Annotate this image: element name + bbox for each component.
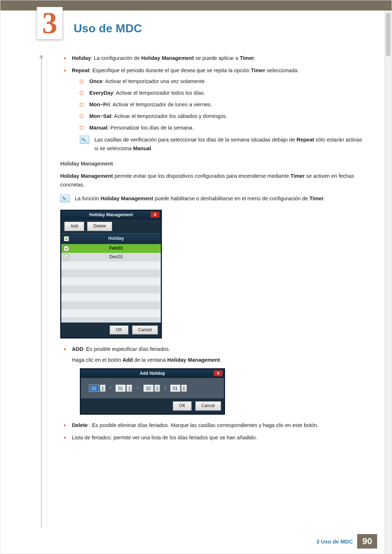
spinner-arrows-icon[interactable]: ▲▼	[181, 385, 187, 392]
table-row[interactable]: ✔ Dec/01	[61, 253, 161, 262]
day-start-spinner[interactable]: 01▲▼	[115, 385, 132, 392]
list-item: Repeat: Especifique el periodo durante e…	[64, 66, 363, 153]
scrollbar[interactable]	[384, 11, 392, 554]
page-number: 90	[357, 534, 377, 549]
table-body: ✔ Feb/01 ✔ Dec/01	[61, 244, 161, 323]
scrollbar-thumb[interactable]	[386, 13, 391, 56]
list-item: ADD: Es posible especificar días feriado…	[64, 345, 363, 415]
day-end-spinner[interactable]: 01▲▼	[170, 385, 187, 392]
chapter-number: 3	[42, 8, 57, 38]
list-item: EveryDay: Activar el temporizador todos …	[80, 89, 363, 98]
window-title: Holiday Management	[89, 212, 133, 219]
window-titlebar: Add Holiday x	[81, 369, 224, 378]
holiday-management-window: Holiday Management x Add Delete ✔ Holida…	[60, 210, 162, 338]
cell: Dec/01	[72, 252, 161, 262]
page-footer: 3 Uso de MDC 90	[316, 534, 377, 549]
checkbox-header[interactable]: ✔	[61, 234, 72, 244]
list-item: Mon~Fri: Activar el temporizador de lune…	[80, 100, 363, 109]
add-holiday-window: Add Holiday x 02▲▼ / 01▲▼ ~ 02▲▼ / 01▲▼ …	[80, 368, 225, 415]
spinner-arrows-icon[interactable]: ▲▼	[126, 385, 132, 392]
chapter-header: 3 Uso de MDC	[0, 11, 392, 54]
ok-button[interactable]: OK	[110, 325, 128, 335]
add-button[interactable]: Add	[64, 222, 84, 231]
table-header: ✔ Holiday	[61, 233, 161, 244]
label: Repeat	[72, 67, 89, 73]
list-item: Manual: Personalizar los días de la sema…	[80, 124, 363, 132]
list-item: Lista de feriados: permite ver una lista…	[64, 434, 363, 442]
window-toolbar: Add Delete	[61, 219, 161, 233]
heading-holiday-management: Holiday Management	[60, 160, 363, 168]
close-icon[interactable]: x	[214, 370, 222, 376]
empty-rows	[61, 262, 161, 323]
label: Holiday	[72, 55, 91, 61]
row-checkbox[interactable]: ✔	[64, 255, 69, 260]
list-item: Holiday: La configuración de Holiday Man…	[64, 54, 363, 63]
date-range-row: 02▲▼ / 01▲▼ ~ 02▲▼ / 01▲▼	[81, 378, 224, 398]
list-item: Once: Activar el temporizador una vez so…	[80, 77, 363, 86]
column-header: Holiday	[72, 234, 161, 244]
spinner-arrows-icon[interactable]: ▲▼	[154, 385, 160, 392]
cancel-button[interactable]: Cancel	[132, 325, 158, 335]
label: ADD	[72, 346, 83, 352]
ok-button[interactable]: OK	[173, 401, 191, 411]
spinner-arrows-icon[interactable]: ▲▼	[100, 385, 106, 392]
side-rule	[41, 57, 42, 528]
note: Las casillas de verificación para selecc…	[80, 136, 363, 153]
side-rule-inner	[47, 57, 47, 528]
window-titlebar: Holiday Management x	[61, 211, 161, 219]
row-checkbox[interactable]: ✔	[64, 246, 69, 251]
note-text: Las casillas de verificación para selecc…	[94, 136, 363, 153]
footer-chapter-label: 3 Uso de MDC	[316, 538, 353, 545]
table-row[interactable]: ✔ Feb/01	[61, 244, 161, 253]
label: Delete	[72, 422, 88, 428]
window-footer: OK Cancel	[61, 323, 161, 338]
delete-button[interactable]: Delete	[87, 222, 112, 231]
content-area: Holiday: La configuración de Holiday Man…	[64, 54, 363, 442]
close-icon[interactable]: x	[151, 212, 159, 218]
note-icon	[80, 136, 89, 144]
month-start-spinner[interactable]: 02▲▼	[89, 385, 106, 392]
chapter-title: Uso de MDC	[74, 22, 142, 35]
month-end-spinner[interactable]: 02▲▼	[143, 385, 160, 392]
note-icon	[60, 194, 70, 202]
paragraph: Holiday Management permite evitar que lo…	[60, 172, 363, 189]
note-text: La función Holiday Management puede habi…	[75, 194, 363, 203]
note: La función Holiday Management puede habi…	[60, 194, 363, 203]
window-title: Add Holiday	[140, 370, 165, 377]
list-item: Delete : Es posible eliminar días feriad…	[64, 421, 363, 430]
document-page: 3 Uso de MDC Holiday: La configuración d…	[0, 0, 392, 554]
chapter-badge: 3	[37, 7, 63, 40]
list-item: Mon~Sat: Activar el temporizador los sáb…	[80, 112, 363, 121]
window-footer: OK Cancel	[81, 398, 224, 414]
cancel-button[interactable]: Cancel	[195, 401, 221, 411]
